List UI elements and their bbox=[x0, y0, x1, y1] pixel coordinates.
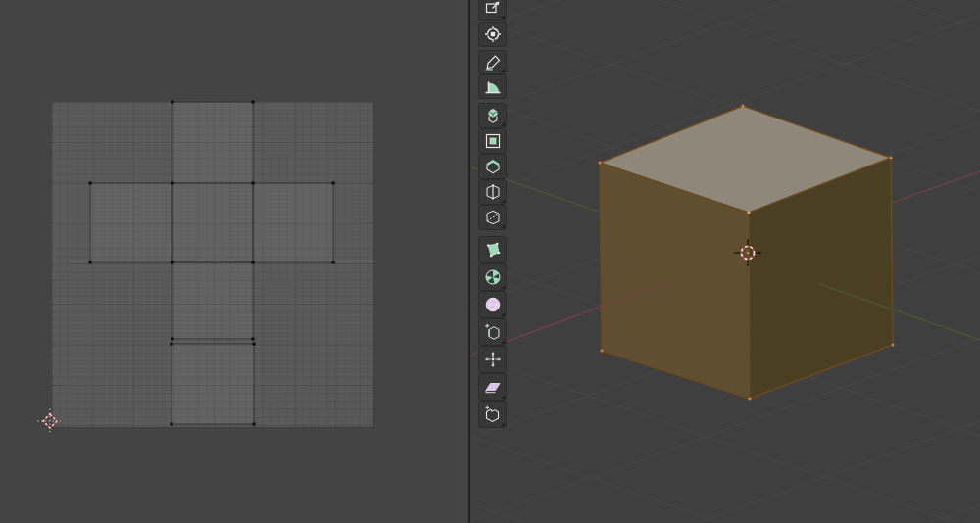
cube-vertex[interactable] bbox=[742, 105, 745, 108]
viewport-grid-line bbox=[471, 421, 980, 523]
uv-face-left-mid[interactable] bbox=[90, 183, 172, 262]
viewport-grid-line bbox=[471, 0, 980, 115]
viewport-grid-line bbox=[471, 0, 980, 111]
tool-annotate[interactable] bbox=[478, 50, 507, 74]
uv-vertex[interactable] bbox=[172, 101, 174, 104]
tool-edge-slide[interactable] bbox=[478, 318, 507, 346]
viewport-3d[interactable] bbox=[470, 0, 980, 523]
tool-knife[interactable] bbox=[478, 205, 507, 230]
uv-editor-panel[interactable] bbox=[0, 0, 468, 523]
submenu-indicator bbox=[501, 285, 505, 289]
submenu-indicator bbox=[501, 199, 505, 203]
uv-vertex[interactable] bbox=[89, 182, 92, 185]
edge-slide-icon bbox=[483, 322, 503, 342]
loop-cut-icon bbox=[483, 182, 503, 202]
viewport-grid-line bbox=[471, 504, 980, 523]
viewport-grid-line bbox=[471, 437, 980, 523]
smooth-icon bbox=[483, 295, 503, 314]
tool-smooth[interactable] bbox=[478, 291, 507, 318]
uv-mesh-overlay bbox=[0, 0, 469, 523]
cube-edge[interactable] bbox=[749, 213, 750, 399]
uv-vertex[interactable] bbox=[252, 262, 255, 264]
tool-rip-region[interactable] bbox=[478, 401, 507, 428]
uv-vertex[interactable] bbox=[253, 423, 256, 426]
bevel-icon bbox=[483, 157, 503, 176]
inset-icon bbox=[483, 131, 503, 151]
knife-icon bbox=[483, 208, 503, 227]
tool-cursor[interactable] bbox=[478, 22, 507, 47]
uv-vertex[interactable] bbox=[252, 101, 255, 104]
cursor-2d[interactable] bbox=[38, 409, 63, 434]
uv-vertex[interactable] bbox=[253, 343, 256, 346]
submenu-indicator bbox=[501, 312, 505, 316]
rip-region-icon bbox=[483, 404, 503, 424]
uv-vertex[interactable] bbox=[89, 262, 92, 264]
blender-window bbox=[0, 0, 980, 523]
select-box-icon bbox=[483, 0, 503, 18]
uv-vertex[interactable] bbox=[252, 182, 255, 185]
submenu-indicator bbox=[501, 15, 505, 19]
submenu-indicator bbox=[501, 422, 505, 426]
cube-vertex[interactable] bbox=[601, 350, 604, 353]
extrude-icon bbox=[483, 106, 503, 125]
viewport-3d-scene bbox=[470, 0, 980, 523]
viewport-grid-line bbox=[471, 504, 980, 523]
submenu-indicator bbox=[501, 395, 505, 399]
tool-shear[interactable] bbox=[478, 373, 507, 401]
uv-vertex[interactable] bbox=[252, 338, 255, 341]
cube-vertex[interactable] bbox=[892, 344, 895, 347]
shear-icon bbox=[483, 377, 503, 397]
cursor-icon bbox=[483, 24, 503, 44]
cube-vertex[interactable] bbox=[890, 157, 893, 160]
tool-extrude-region[interactable] bbox=[478, 103, 507, 128]
spin-icon bbox=[483, 267, 503, 287]
uv-face-mid[interactable] bbox=[172, 183, 253, 262]
uv-vertex[interactable] bbox=[172, 182, 174, 185]
tool-poly-build[interactable] bbox=[478, 236, 507, 263]
cube-vertex[interactable] bbox=[749, 398, 752, 401]
tool-shrink-fatten[interactable] bbox=[478, 346, 507, 373]
submenu-indicator bbox=[501, 224, 505, 228]
measure-icon bbox=[483, 77, 503, 97]
poly-build-icon bbox=[483, 240, 503, 260]
tool-loop-cut[interactable] bbox=[478, 179, 507, 205]
viewport-grid-line bbox=[471, 0, 980, 31]
uv-vertex[interactable] bbox=[332, 262, 335, 264]
uv-face-bottom[interactable] bbox=[172, 344, 254, 424]
uv-vertex[interactable] bbox=[171, 343, 173, 346]
uv-vertex[interactable] bbox=[171, 423, 173, 426]
cube-active-vertex[interactable] bbox=[748, 212, 751, 214]
uv-vertex[interactable] bbox=[172, 338, 174, 341]
submenu-indicator bbox=[501, 340, 505, 344]
tool-toolbar bbox=[478, 0, 507, 523]
uv-face-right-mid[interactable] bbox=[253, 183, 333, 262]
annotate-icon bbox=[483, 53, 503, 72]
uv-vertex[interactable] bbox=[332, 182, 335, 185]
tool-select-box[interactable] bbox=[478, 0, 507, 21]
shrink-fatten-icon bbox=[483, 350, 503, 369]
tool-measure[interactable] bbox=[478, 74, 507, 99]
uv-face-top[interactable] bbox=[172, 102, 253, 183]
tool-spin[interactable] bbox=[478, 263, 507, 291]
uv-face-below-mid[interactable] bbox=[172, 262, 253, 339]
tool-inset-faces[interactable] bbox=[478, 128, 507, 154]
submenu-indicator bbox=[501, 122, 505, 126]
tool-bevel[interactable] bbox=[478, 154, 507, 179]
uv-vertex[interactable] bbox=[172, 262, 174, 264]
cube-vertex[interactable] bbox=[599, 162, 602, 165]
submenu-indicator bbox=[501, 69, 505, 72]
